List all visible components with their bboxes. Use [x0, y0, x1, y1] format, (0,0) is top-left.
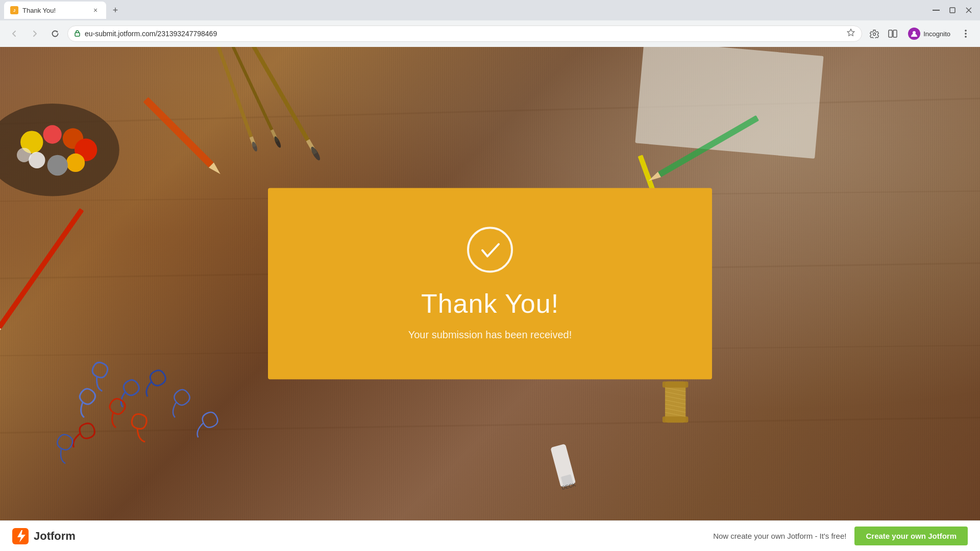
maximize-button[interactable] [945, 3, 960, 17]
lock-icon [74, 30, 81, 38]
svg-line-46 [665, 396, 685, 400]
address-bar: eu-submit.jotform.com/231393247798469 In… [0, 20, 980, 47]
svg-point-20 [20, 131, 43, 153]
svg-rect-51 [550, 444, 576, 488]
svg-point-26 [29, 152, 45, 168]
svg-rect-3 [950, 8, 955, 13]
submission-subtitle: Your submission has been received! [408, 329, 572, 341]
tab-close-button[interactable]: × [91, 6, 100, 15]
bookmark-icon[interactable] [846, 28, 855, 39]
profile-label: Incognito [923, 30, 950, 38]
toolbar-actions: Incognito [866, 26, 974, 42]
svg-point-33 [273, 136, 282, 148]
checkmark-circle [467, 227, 513, 273]
split-button[interactable] [885, 26, 901, 42]
svg-rect-28 [250, 47, 310, 141]
svg-marker-56 [209, 162, 223, 177]
svg-point-19 [0, 104, 119, 196]
svg-point-23 [75, 139, 97, 161]
svg-rect-9 [893, 30, 897, 37]
svg-point-22 [63, 128, 83, 148]
svg-line-47 [665, 400, 685, 404]
svg-rect-32 [271, 129, 279, 142]
svg-rect-42 [663, 382, 688, 388]
svg-point-11 [965, 30, 967, 32]
svg-rect-43 [663, 416, 688, 422]
browser-window: J Thank You! × + [0, 0, 980, 551]
thank-you-heading: Thank You! [421, 288, 559, 319]
svg-point-24 [66, 154, 85, 172]
svg-point-13 [965, 36, 967, 38]
svg-point-25 [47, 155, 68, 176]
jotform-logo: Jotform [12, 528, 76, 544]
forward-button[interactable] [27, 26, 43, 42]
svg-line-48 [665, 404, 685, 408]
svg-rect-34 [216, 47, 253, 138]
svg-point-27 [17, 148, 31, 162]
svg-point-36 [251, 141, 258, 152]
svg-text:J: J [13, 8, 15, 13]
jotform-icon [12, 528, 29, 544]
tab-favicon: J [10, 6, 18, 14]
svg-rect-57 [658, 115, 759, 177]
svg-point-7 [873, 33, 876, 36]
svg-line-44 [665, 388, 685, 392]
svg-marker-38 [0, 326, 1, 339]
svg-rect-8 [889, 30, 892, 37]
refresh-button[interactable] [47, 26, 63, 42]
svg-line-45 [665, 392, 685, 396]
svg-rect-2 [933, 10, 940, 11]
svg-rect-6 [75, 33, 80, 36]
browser-tab[interactable]: J Thank You! × [4, 2, 106, 19]
svg-line-49 [665, 408, 685, 412]
svg-marker-58 [647, 172, 661, 184]
url-bar[interactable]: eu-submit.jotform.com/231393247798469 [67, 26, 862, 42]
svg-point-21 [43, 125, 61, 143]
url-text: eu-submit.jotform.com/231393247798469 [85, 30, 842, 38]
title-bar: J Thank You! × + [0, 0, 980, 20]
extensions-button[interactable] [866, 26, 883, 42]
svg-line-18 [0, 417, 980, 433]
svg-rect-41 [665, 382, 685, 423]
menu-button[interactable] [958, 26, 974, 42]
profile-icon [908, 28, 920, 40]
svg-rect-37 [0, 208, 84, 329]
svg-rect-52 [561, 474, 574, 487]
minimize-button[interactable] [929, 3, 943, 17]
checkmark-icon [477, 237, 503, 263]
svg-rect-54 [635, 47, 823, 159]
confirmation-card: Thank You! Your submission has been rece… [268, 188, 712, 380]
promo-text: Now create your own Jotform - It's free! [713, 532, 846, 540]
svg-line-14 [0, 98, 980, 124]
svg-rect-31 [227, 47, 274, 131]
jotform-brand-name: Jotform [34, 530, 76, 543]
close-button[interactable] [962, 3, 976, 17]
profile-button[interactable]: Incognito [903, 26, 955, 42]
svg-point-30 [309, 145, 322, 161]
new-tab-button[interactable]: + [108, 3, 122, 17]
svg-text:DECK: DECK [561, 482, 576, 491]
bottom-bar: Jotform Now create your own Jotform - It… [0, 520, 980, 551]
back-button[interactable] [6, 26, 22, 42]
svg-rect-29 [306, 139, 317, 155]
tab-title: Thank You! [22, 7, 56, 14]
create-jotform-button[interactable]: Create your own Jotform [854, 527, 968, 545]
page-content: DECK [0, 47, 980, 520]
svg-rect-35 [250, 136, 257, 147]
svg-line-50 [665, 412, 685, 416]
svg-rect-55 [143, 97, 214, 167]
svg-point-12 [965, 33, 967, 35]
window-controls [929, 3, 976, 17]
